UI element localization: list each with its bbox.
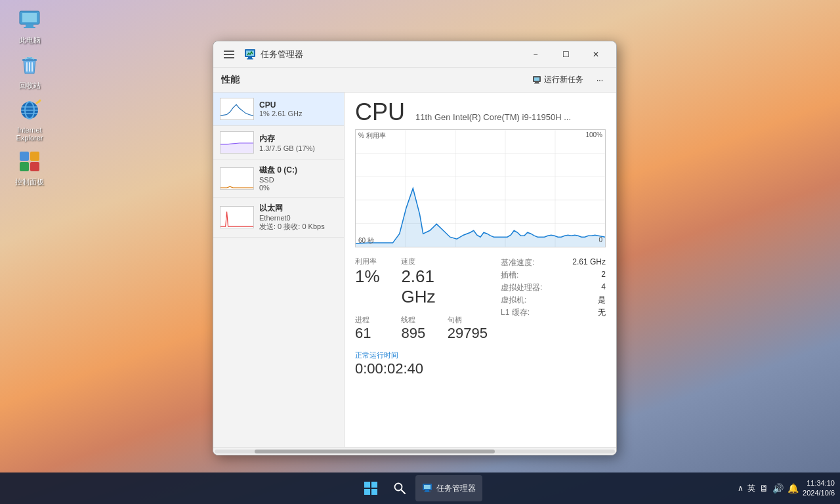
disk-sidebar-info: 磁盘 0 (C:) SSD 0% xyxy=(259,165,337,192)
disk-sidebar-name: 磁盘 0 (C:) xyxy=(259,165,337,176)
thread-value: 895 xyxy=(401,325,436,342)
tray-up-arrow[interactable]: ∧ xyxy=(738,484,744,493)
svg-rect-52 xyxy=(425,490,429,492)
svg-rect-18 xyxy=(224,51,234,52)
svg-rect-34 xyxy=(356,130,605,247)
process-label: 进程 xyxy=(355,315,390,325)
taskbar-app-taskmanager[interactable]: 任务管理器 xyxy=(415,475,482,501)
recycle-bin-image xyxy=(16,52,43,78)
content-area: CPU 1% 2.61 GHz 内存 1 xyxy=(213,93,616,447)
svg-rect-26 xyxy=(534,77,539,81)
chart-util-label: % 利用率 xyxy=(358,131,386,140)
memory-thumbnail xyxy=(220,131,254,154)
network-thumbnail xyxy=(220,206,254,228)
minimize-button[interactable]: − xyxy=(520,44,551,65)
virtual-proc-row: 虚拟处理器: 4 xyxy=(501,282,606,294)
more-options-label: ··· xyxy=(597,75,603,85)
sidebar: CPU 1% 2.61 GHz 内存 1 xyxy=(213,93,345,447)
this-pc-label: 此电脑 xyxy=(19,35,41,45)
handle-label: 句柄 xyxy=(448,315,488,325)
sidebar-item-memory[interactable]: 内存 1.3/7.5 GB (17%) xyxy=(213,126,344,159)
start-button[interactable] xyxy=(358,475,384,501)
svg-rect-14 xyxy=(20,152,29,161)
memory-sidebar-sub: 1.3/7.5 GB (17%) xyxy=(259,144,337,152)
sidebar-item-network[interactable]: 以太网 Ethernet0 发送: 0 接收: 0 Kbps xyxy=(213,198,344,238)
language-indicator[interactable]: 英 xyxy=(747,483,755,494)
cpu-sidebar-info: CPU 1% 2.61 GHz xyxy=(259,100,337,117)
uptime-section: 正常运行时间 0:00:02:40 xyxy=(355,350,606,377)
hamburger-menu-button[interactable] xyxy=(219,44,240,65)
svg-rect-2 xyxy=(26,24,33,27)
this-pc-image xyxy=(16,7,43,33)
volume-icon[interactable]: 🔊 xyxy=(772,483,784,494)
scrollbar-track xyxy=(215,450,615,453)
l1-cache-value: 无 xyxy=(598,307,606,318)
memory-sidebar-name: 内存 xyxy=(259,133,337,144)
uptime-value: 0:00:02:40 xyxy=(355,360,606,377)
chart-bottom-labels: 60 秒 0 xyxy=(358,236,602,245)
system-time[interactable]: 11:34:10 2024/10/6 xyxy=(803,478,835,499)
scrollbar-thumb[interactable] xyxy=(255,450,495,453)
speed-stat: 速度 2.61 GHz xyxy=(401,254,436,310)
svg-rect-24 xyxy=(247,58,253,60)
notification-icon[interactable]: 🔔 xyxy=(788,483,799,494)
speed-label: 速度 xyxy=(401,257,436,266)
util-stat: 利用率 1% xyxy=(355,254,390,310)
horizontal-scrollbar[interactable] xyxy=(213,447,616,455)
sidebar-item-disk[interactable]: 磁盘 0 (C:) SSD 0% xyxy=(213,159,344,198)
chart-time-left: 60 秒 xyxy=(358,236,374,245)
taskbar-app-label: 任务管理器 xyxy=(436,483,476,494)
stats-right: 基准速度: 2.61 GHz 插槽: 2 虚拟处理器: 4 虚拟机: xyxy=(501,254,606,345)
memory-sidebar-info: 内存 1.3/7.5 GB (17%) xyxy=(259,133,337,152)
handle-value: 29795 xyxy=(448,325,488,342)
slots-value: 2 xyxy=(601,270,606,281)
svg-line-49 xyxy=(401,490,405,494)
speed-value: 2.61 GHz xyxy=(401,266,436,307)
svg-rect-27 xyxy=(535,82,539,83)
util-label: 利用率 xyxy=(355,257,390,266)
network-sidebar-info: 以太网 Ethernet0 发送: 0 接收: 0 Kbps xyxy=(259,203,337,232)
run-new-task-button[interactable]: 运行新任务 xyxy=(527,72,589,88)
svg-rect-44 xyxy=(364,482,370,488)
close-button[interactable]: ✕ xyxy=(581,44,611,65)
chart-top-labels: % 利用率 100% xyxy=(358,131,602,140)
search-button[interactable] xyxy=(387,475,413,501)
svg-rect-1 xyxy=(22,13,37,22)
this-pc-icon[interactable]: 此电脑 xyxy=(7,7,52,45)
desktop-icons: 此电脑 回收站 xyxy=(7,7,52,187)
control-panel-label: 控制面板 xyxy=(15,177,44,187)
control-panel-icon[interactable]: 控制面板 xyxy=(7,148,52,187)
virtual-machine-value: 是 xyxy=(598,295,606,306)
stats-section: 利用率 1% 速度 2.61 GHz 进程 61 xyxy=(355,254,606,345)
cpu-chart-container: % 利用率 100% xyxy=(355,129,606,247)
svg-rect-3 xyxy=(24,27,35,28)
svg-rect-53 xyxy=(424,492,430,492)
tray-icons: ∧ 英 🖥 🔊 🔔 xyxy=(738,483,799,494)
desktop: 此电脑 回收站 xyxy=(0,0,840,504)
title-bar: 任务管理器 − ☐ ✕ xyxy=(213,41,616,68)
svg-rect-20 xyxy=(224,57,234,58)
cpu-chart-svg xyxy=(356,130,605,247)
svg-rect-29 xyxy=(220,98,253,119)
svg-rect-19 xyxy=(224,54,234,55)
window-controls: − ☐ ✕ xyxy=(520,44,611,65)
more-options-button[interactable]: ··· xyxy=(591,73,608,87)
display-icon[interactable]: 🖥 xyxy=(759,483,768,494)
ie-image xyxy=(16,97,43,123)
l1-cache-label: L1 缓存: xyxy=(501,307,530,318)
maximize-button[interactable]: ☐ xyxy=(551,44,581,65)
cpu-sidebar-sub: 1% 2.61 GHz xyxy=(259,110,337,117)
virtual-machine-label: 虚拟机: xyxy=(501,295,526,306)
chart-time-right: 0 xyxy=(598,236,602,245)
ie-label: Internet Explorer xyxy=(7,126,52,142)
ie-icon[interactable]: Internet Explorer xyxy=(7,97,52,142)
svg-rect-45 xyxy=(371,482,377,488)
recycle-bin-icon[interactable]: 回收站 xyxy=(7,52,52,91)
cpu-sidebar-name: CPU xyxy=(259,100,337,110)
thread-label: 线程 xyxy=(401,315,436,325)
virtual-proc-value: 4 xyxy=(601,282,606,293)
sidebar-item-cpu[interactable]: CPU 1% 2.61 GHz xyxy=(213,93,344,126)
network-sidebar-sub2: 发送: 0 接收: 0 Kbps xyxy=(259,222,337,232)
thread-stat: 线程 895 xyxy=(401,312,436,345)
network-sidebar-sub1: Ethernet0 xyxy=(259,214,337,222)
